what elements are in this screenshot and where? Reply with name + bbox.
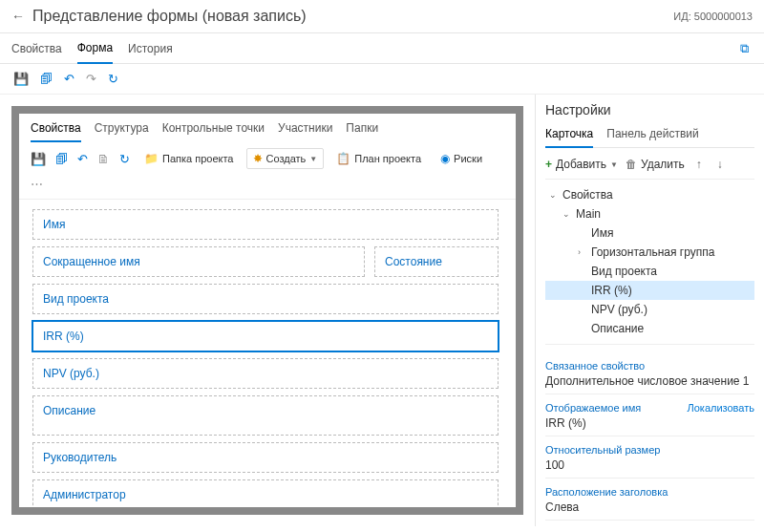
inner-toolbar: 💾 🗐 ↶ 🗎 ↻ 📁 Папка проекта ✸ Создать ▼ 📋 … (19, 142, 516, 200)
settings-panel: Настройки Карточка Панель действий + Доб… (535, 95, 764, 526)
project-plan-label: План проекта (354, 153, 421, 164)
tree-hgroup[interactable]: ›Горизонтальная группа (545, 243, 754, 262)
field-short-name[interactable]: Сокращенное имя (32, 246, 365, 277)
tree-project-type[interactable]: Вид проекта (545, 262, 754, 281)
trash-icon: 🗑 (626, 158, 637, 171)
title-position-value[interactable]: Слева (545, 498, 754, 521)
project-folder-button[interactable]: 📁 Папка проекта (138, 148, 241, 169)
display-name-label: Отображаемое имя Локализовать (545, 402, 754, 414)
create-icon: ✸ (253, 152, 263, 165)
create-button[interactable]: ✸ Создать ▼ (246, 148, 325, 169)
save-as-icon[interactable]: 🗐 (38, 70, 54, 88)
title-position-label: Расположение заголовка (545, 486, 754, 498)
project-plan-button[interactable]: 📋 План проекта (329, 148, 428, 169)
tab-properties[interactable]: Свойства (11, 34, 62, 63)
undo-icon[interactable]: ↶ (62, 70, 76, 88)
field-admin[interactable]: Администратор (32, 479, 499, 510)
tab-form[interactable]: Форма (77, 33, 113, 64)
inner-tab-checkpoints[interactable]: Контрольные точки (162, 121, 265, 142)
main-tabs: Свойства Форма История ⧉ (0, 33, 764, 64)
tree-npv[interactable]: NPV (руб.) (545, 300, 754, 319)
page-title: Представление формы (новая запись) (32, 8, 307, 25)
folder-icon: 📁 (144, 152, 159, 165)
inner-tab-participants[interactable]: Участники (278, 121, 332, 142)
back-icon[interactable]: ← (11, 9, 25, 24)
header: ← Представление формы (новая запись) ИД:… (0, 0, 764, 33)
field-npv[interactable]: NPV (руб.) (32, 358, 499, 389)
field-project-type[interactable]: Вид проекта (32, 284, 499, 314)
relative-size-label: Относительный размер (545, 444, 754, 456)
settings-toolbar: + Добавить ▼ 🗑 Удалить ↑ ↓ (545, 154, 754, 180)
linked-property-label: Связанное свойство (545, 360, 754, 372)
relative-size-value[interactable]: 100 (545, 456, 754, 479)
settings-tab-action-panel[interactable]: Панель действий (606, 123, 698, 147)
field-state[interactable]: Состояние (374, 246, 499, 277)
move-down-icon[interactable]: ↓ (713, 158, 727, 171)
preview-frame: Свойства Структура Контрольные точки Уча… (11, 106, 523, 515)
chevron-down-icon: ▼ (309, 155, 317, 163)
move-up-icon[interactable]: ↑ (692, 158, 706, 171)
tree-root[interactable]: ⌄Свойства (545, 185, 754, 204)
popout-icon[interactable]: ⧉ (736, 37, 753, 60)
inner-save-as-icon[interactable]: 🗐 (53, 150, 70, 168)
field-manager[interactable]: Руководитель (32, 442, 499, 473)
tree-main[interactable]: ⌄Main (545, 204, 754, 223)
localize-link[interactable]: Локализовать (688, 402, 754, 414)
main-toolbar: 💾 🗐 ↶ ↷ ↻ (0, 64, 764, 95)
form-preview: Свойства Структура Контрольные точки Уча… (0, 95, 535, 526)
collapse-icon: › (578, 247, 587, 257)
tree-description[interactable]: Описание (545, 319, 754, 338)
settings-tabs: Карточка Панель действий (545, 123, 754, 148)
delete-button[interactable]: 🗑 Удалить (626, 158, 685, 171)
field-irr[interactable]: IRR (%) (32, 321, 499, 351)
create-label: Создать (266, 153, 307, 164)
display-name-value[interactable]: IRR (%) (545, 414, 754, 436)
inner-tab-folders[interactable]: Папки (346, 121, 378, 142)
expand-icon: ⌄ (562, 209, 572, 219)
redo-icon[interactable]: ↷ (84, 70, 98, 88)
inner-undo-icon[interactable]: ↶ (75, 150, 90, 168)
record-id: ИД: 5000000013 (673, 11, 753, 22)
structure-tree: ⌄Свойства ⌄Main Имя ›Горизонтальная груп… (545, 180, 754, 345)
plan-icon: 📋 (336, 152, 350, 165)
property-editor: Связанное свойство Дополнительное числов… (545, 345, 754, 521)
chevron-down-icon: ▼ (610, 160, 618, 169)
project-folder-label: Папка проекта (162, 153, 234, 164)
main-area: Свойства Структура Контрольные точки Уча… (0, 95, 764, 526)
form-fields: Имя Сокращенное имя Состояние Вид проект… (19, 200, 516, 515)
plus-icon: + (545, 158, 552, 171)
expand-icon: ⌄ (549, 190, 559, 200)
risks-label: Риски (454, 153, 482, 164)
risks-button[interactable]: ◉ Риски (434, 148, 489, 169)
tab-history[interactable]: История (128, 34, 173, 63)
more-icon[interactable]: ⋯ (29, 175, 45, 193)
save-icon[interactable]: 💾 (11, 70, 31, 88)
tree-irr[interactable]: IRR (%) (545, 281, 754, 300)
settings-title: Настройки (545, 102, 754, 117)
inner-save-icon[interactable]: 💾 (29, 150, 48, 168)
inner-tabs: Свойства Структура Контрольные точки Уча… (19, 114, 516, 142)
risk-icon: ◉ (440, 152, 450, 165)
settings-tab-card[interactable]: Карточка (545, 123, 593, 148)
inner-copy-icon[interactable]: 🗎 (96, 150, 112, 168)
inner-refresh-icon[interactable]: ↻ (117, 150, 132, 168)
field-description[interactable]: Описание (32, 395, 499, 436)
field-name[interactable]: Имя (32, 209, 499, 240)
refresh-icon[interactable]: ↻ (106, 70, 120, 88)
tree-name[interactable]: Имя (545, 223, 754, 243)
add-label: Добавить (556, 158, 606, 171)
inner-tab-structure[interactable]: Структура (95, 121, 149, 142)
add-button[interactable]: + Добавить ▼ (545, 158, 618, 171)
delete-label: Удалить (641, 158, 685, 171)
linked-property-value[interactable]: Дополнительное числовое значение 1 (545, 372, 754, 394)
inner-tab-properties[interactable]: Свойства (31, 121, 81, 142)
